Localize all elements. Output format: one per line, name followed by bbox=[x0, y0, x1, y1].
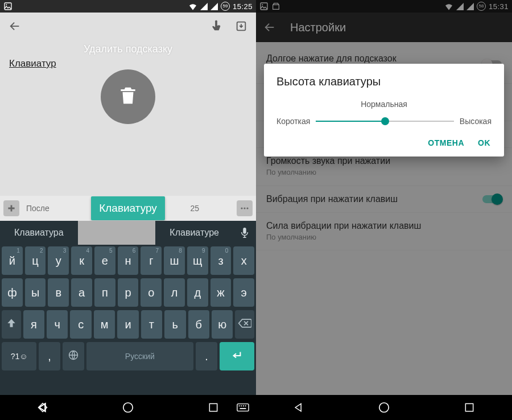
key-ч[interactable]: ч bbox=[47, 310, 68, 339]
key-з[interactable]: з0 bbox=[210, 246, 232, 275]
editor-area[interactable]: Удалить подсказку Клавиатур После Клавиа… bbox=[0, 40, 256, 221]
key-л[interactable]: л bbox=[164, 278, 185, 307]
extra-text-left: После bbox=[26, 204, 49, 213]
period-key[interactable]: . bbox=[196, 342, 217, 370]
svg-rect-14 bbox=[243, 405, 244, 406]
key-б[interactable]: б bbox=[188, 310, 209, 339]
comma-key[interactable]: , bbox=[39, 342, 60, 370]
space-key[interactable]: Русский bbox=[86, 342, 193, 370]
ok-button[interactable]: OK bbox=[478, 138, 490, 147]
suggestion-right[interactable]: Клавиатуре bbox=[155, 221, 233, 245]
key-к[interactable]: к4 bbox=[71, 246, 92, 275]
key-д[interactable]: д bbox=[187, 278, 208, 307]
cancel-button[interactable]: ОТМЕНА bbox=[428, 138, 464, 147]
delete-hint-title: Удалить подсказку bbox=[0, 43, 256, 55]
backspace-key[interactable] bbox=[235, 310, 254, 339]
key-ц[interactable]: ц2 bbox=[25, 246, 46, 275]
nav-recents[interactable] bbox=[206, 400, 221, 415]
trash-drop-target[interactable] bbox=[101, 69, 155, 124]
extra-text-right: 25 bbox=[190, 204, 199, 213]
svg-point-9 bbox=[123, 403, 133, 413]
gesture-icon[interactable] bbox=[206, 16, 226, 36]
symbols-key[interactable]: ?1☺ bbox=[2, 342, 36, 370]
svg-point-20 bbox=[379, 403, 389, 413]
phone-left: 59 15:25 Удалить подсказку Клавиатур bbox=[0, 0, 256, 420]
suggestion-chip[interactable]: Клавиатуру bbox=[91, 196, 165, 220]
slider-max-label: Высокая bbox=[460, 117, 492, 126]
key-й[interactable]: й1 bbox=[2, 246, 23, 275]
signal-icon bbox=[200, 3, 208, 10]
download-icon[interactable] bbox=[231, 16, 251, 36]
nav-keyboard-icon[interactable] bbox=[236, 400, 250, 415]
key-и[interactable]: и bbox=[117, 310, 138, 339]
key-ы[interactable]: ы bbox=[25, 278, 46, 307]
svg-marker-19 bbox=[295, 403, 301, 411]
mic-icon[interactable] bbox=[233, 221, 256, 245]
height-slider[interactable] bbox=[316, 114, 453, 128]
svg-point-1 bbox=[6, 4, 7, 5]
suggestion-left[interactable]: Клавиатура bbox=[0, 221, 78, 245]
svg-rect-13 bbox=[241, 405, 242, 406]
enter-key[interactable] bbox=[220, 342, 254, 370]
key-у[interactable]: у3 bbox=[48, 246, 69, 275]
key-е[interactable]: е5 bbox=[94, 246, 115, 275]
nav-home[interactable] bbox=[377, 400, 391, 415]
keyboard-height-dialog: Высота клавиатуры Нормальная Короткая Вы… bbox=[264, 64, 504, 157]
keyboard: Клавиатура Клавиатуре й1ц2у3к4е5н6г7ш8щ9… bbox=[0, 221, 256, 395]
key-с[interactable]: с bbox=[70, 310, 91, 339]
key-ш[interactable]: ш8 bbox=[164, 246, 185, 275]
key-row-1: й1ц2у3к4е5н6г7ш8щ9з0х bbox=[0, 245, 256, 277]
svg-point-5 bbox=[246, 207, 248, 209]
key-г[interactable]: г7 bbox=[141, 246, 162, 275]
nav-home[interactable] bbox=[121, 400, 135, 415]
gallery-icon bbox=[3, 2, 13, 11]
key-в[interactable]: в bbox=[48, 278, 69, 307]
status-bar: 59 15:25 bbox=[0, 0, 256, 13]
key-ь[interactable]: ь bbox=[164, 310, 185, 339]
key-м[interactable]: м bbox=[94, 310, 115, 339]
clock-text: 15:25 bbox=[233, 2, 253, 11]
svg-rect-15 bbox=[245, 405, 246, 406]
globe-key[interactable] bbox=[63, 342, 84, 370]
svg-rect-21 bbox=[465, 403, 473, 411]
svg-point-3 bbox=[241, 207, 242, 209]
shift-key[interactable] bbox=[2, 310, 21, 339]
suggestion-center[interactable] bbox=[78, 221, 156, 245]
enter-icon bbox=[230, 349, 243, 364]
svg-point-4 bbox=[243, 207, 245, 209]
suggestion-bar: Клавиатура Клавиатуре bbox=[0, 221, 256, 245]
phone-right: 58 15:31 Настройки Долгое нажатие для по… bbox=[256, 0, 512, 420]
slider-min-label: Короткая bbox=[276, 117, 310, 126]
key-п[interactable]: п bbox=[94, 278, 115, 307]
nav-back[interactable] bbox=[291, 400, 306, 415]
key-ж[interactable]: ж bbox=[210, 278, 232, 307]
trash-icon bbox=[117, 85, 139, 109]
back-button[interactable] bbox=[5, 16, 25, 36]
key-я[interactable]: я bbox=[23, 310, 44, 339]
key-р[interactable]: р bbox=[118, 278, 139, 307]
modal-scrim[interactable] bbox=[256, 0, 512, 395]
svg-rect-12 bbox=[239, 405, 240, 406]
key-э[interactable]: э bbox=[233, 278, 254, 307]
slider-thumb[interactable] bbox=[381, 117, 389, 125]
nav-bar bbox=[0, 395, 256, 420]
app-toolbar bbox=[0, 13, 256, 40]
key-щ[interactable]: щ9 bbox=[187, 246, 208, 275]
key-ю[interactable]: ю bbox=[212, 310, 233, 339]
plus-square[interactable] bbox=[3, 200, 19, 216]
signal-icon-2 bbox=[210, 3, 218, 10]
key-ф[interactable]: ф bbox=[2, 278, 23, 307]
key-а[interactable]: а bbox=[71, 278, 92, 307]
key-row-3: ячсмитьбю bbox=[0, 308, 256, 340]
key-н[interactable]: н6 bbox=[118, 246, 139, 275]
key-х[interactable]: х bbox=[233, 246, 254, 275]
svg-rect-10 bbox=[209, 403, 217, 411]
extra-row: После Клавиатуру 25 bbox=[0, 196, 256, 221]
nav-back[interactable] bbox=[35, 400, 50, 415]
nav-recents[interactable] bbox=[462, 400, 477, 415]
svg-rect-11 bbox=[237, 404, 249, 411]
key-о[interactable]: о bbox=[141, 278, 162, 307]
battery-icon: 59 bbox=[221, 2, 230, 11]
overflow-square[interactable] bbox=[237, 200, 253, 216]
key-т[interactable]: т bbox=[141, 310, 162, 339]
